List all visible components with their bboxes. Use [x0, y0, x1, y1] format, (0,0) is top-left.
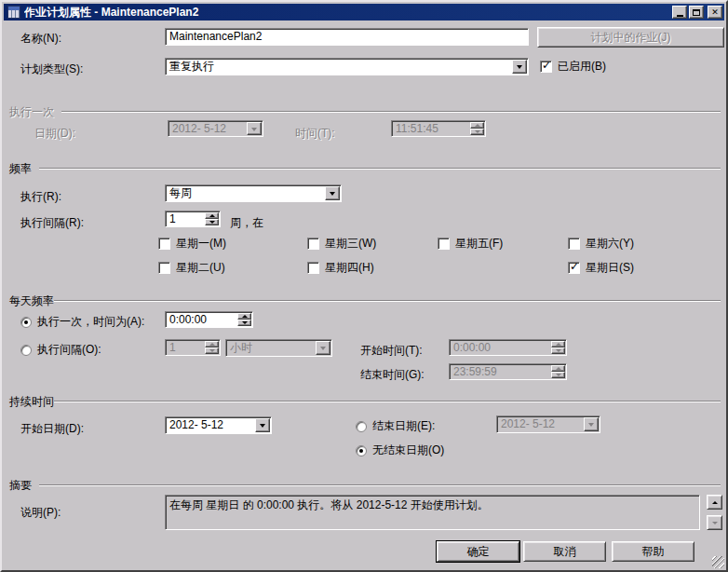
spinner-buttons[interactable] [237, 313, 251, 326]
weekday-friday-checkbox[interactable]: 星期五(F) [438, 236, 503, 252]
spin-up-icon[interactable] [470, 122, 484, 129]
dropdown-arrow-icon[interactable] [584, 417, 599, 431]
recurs-spinner[interactable]: 1 [165, 211, 221, 227]
no-end-date-radio[interactable]: 无结束日期(O) [356, 443, 444, 458]
dropdown-arrow-icon[interactable] [255, 418, 270, 432]
spinner-buttons[interactable] [551, 365, 565, 378]
summary-group-label: 摘要 [9, 478, 32, 494]
spin-up-icon[interactable] [205, 212, 219, 219]
weekday-label: 星期日(S) [586, 260, 634, 276]
weekday-label: 星期四(H) [325, 260, 374, 276]
occurs-once-time-value: 0:00:00 [166, 312, 236, 327]
enabled-checkbox[interactable]: 已启用(B) [540, 59, 606, 75]
one-time-time-label: 时间(T): [295, 126, 335, 142]
weekday-thursday-checkbox[interactable]: 星期四(H) [307, 260, 374, 276]
checkbox-box [438, 238, 450, 250]
checkbox-box [158, 262, 170, 274]
weekday-label: 星期六(Y) [586, 236, 634, 252]
maximize-button[interactable] [689, 6, 704, 19]
name-value: MaintenancePlan2 [166, 29, 528, 45]
radio-circle [20, 345, 32, 356]
help-button[interactable]: 帮助 [612, 541, 694, 562]
end-date-radio[interactable]: 结束日期(E): [356, 418, 435, 434]
start-date-label: 开始日期(D): [20, 421, 84, 437]
occurs-once-time-spinner[interactable]: 0:00:00 [165, 311, 253, 328]
dropdown-arrow-icon[interactable] [316, 341, 330, 355]
weekday-monday-checkbox[interactable]: 星期一(M) [158, 236, 226, 252]
enabled-label: 已启用(B) [558, 59, 606, 75]
maximize-icon [693, 9, 700, 16]
checkbox-box [568, 238, 580, 250]
window-title: 作业计划属性 - MaintenancePlan2 [24, 5, 670, 20]
spin-down-icon[interactable] [470, 129, 484, 135]
checkbox-box [158, 238, 170, 250]
start-date-select[interactable]: 2012- 5-12 [165, 416, 272, 434]
spin-up-icon[interactable] [205, 341, 219, 347]
spin-down-icon[interactable] [551, 372, 565, 378]
weekday-sunday-checkbox[interactable]: 星期日(S) [568, 260, 634, 276]
spin-down-icon[interactable] [237, 320, 251, 326]
end-date-select[interactable]: 2012- 5-12 [496, 415, 600, 433]
dropdown-arrow-icon[interactable] [325, 186, 340, 200]
resize-grip[interactable] [712, 556, 724, 568]
weekday-wednesday-checkbox[interactable]: 星期三(W) [307, 236, 376, 252]
schedule-type-label: 计划类型(S): [20, 61, 83, 77]
radio-circle [356, 445, 367, 456]
recurs-value: 1 [166, 211, 204, 226]
dropdown-arrow-icon[interactable] [247, 122, 262, 135]
spin-up-icon[interactable] [551, 365, 565, 372]
interval-unit-value: 小时 [226, 340, 315, 356]
cancel-button[interactable]: 取消 [523, 541, 606, 562]
description-scroll-up-button[interactable] [707, 495, 722, 510]
occurs-interval-label: 执行间隔(O): [37, 342, 101, 358]
spin-down-icon[interactable] [205, 347, 219, 354]
occurs-value: 每周 [166, 185, 324, 201]
spin-down-icon[interactable] [551, 347, 565, 354]
occurs-interval-radio[interactable]: 执行间隔(O): [20, 342, 101, 358]
one-time-group-line [61, 111, 721, 113]
description-scroll-down-button[interactable] [707, 515, 722, 530]
spinner-buttons[interactable] [551, 341, 565, 354]
description-textbox[interactable]: 在每周 星期日 的 0:00:00 执行。将从 2012-5-12 开始使用计划… [165, 495, 700, 530]
occurs-select[interactable]: 每周 [165, 184, 342, 202]
close-button[interactable]: ✕ [708, 6, 722, 19]
name-label: 名称(N): [20, 31, 61, 47]
start-date-value: 2012- 5-12 [166, 417, 254, 433]
name-input[interactable]: MaintenancePlan2 [165, 28, 529, 46]
start-time-label: 开始时间(T): [360, 343, 423, 359]
ok-button[interactable]: 确定 [437, 541, 519, 562]
recurs-suffix-label: 周，在 [230, 215, 263, 231]
weekday-saturday-checkbox[interactable]: 星期六(Y) [568, 236, 634, 252]
recurs-label: 执行间隔(R): [20, 215, 84, 231]
jobs-in-schedule-button[interactable]: 计划中的作业(J) [537, 27, 724, 48]
dropdown-arrow-icon[interactable] [512, 60, 527, 74]
interval-unit-select[interactable]: 小时 [225, 339, 332, 357]
spin-up-icon[interactable] [237, 313, 251, 320]
weekday-label: 星期五(F) [455, 236, 503, 252]
minimize-button[interactable] [672, 6, 687, 19]
spinner-buttons[interactable] [205, 212, 219, 225]
spin-down-icon[interactable] [205, 219, 219, 225]
duration-group-line [54, 401, 721, 402]
daily-frequency-group-line [54, 300, 721, 302]
spinner-buttons[interactable] [470, 122, 484, 135]
occurs-once-label: 执行一次，时间为(A): [37, 314, 144, 330]
duration-group-label: 持续时间 [9, 394, 54, 410]
start-time-value: 0:00:00 [450, 340, 550, 355]
spin-up-icon[interactable] [551, 341, 565, 347]
occurs-once-radio[interactable]: 执行一次，时间为(A): [20, 314, 144, 330]
weekday-label: 星期二(U) [176, 260, 225, 276]
start-time-spinner[interactable]: 0:00:00 [449, 339, 567, 356]
no-end-date-label: 无结束日期(O) [372, 443, 444, 458]
schedule-type-select[interactable]: 重复执行 [165, 58, 529, 75]
one-time-time-spinner[interactable]: 11:51:45 [391, 120, 486, 137]
end-time-label: 结束时间(G): [360, 367, 425, 383]
titlebar[interactable]: 作业计划属性 - MaintenancePlan2 ✕ [4, 4, 724, 20]
end-time-spinner[interactable]: 23:59:59 [449, 363, 567, 380]
one-time-date-select[interactable]: 2012- 5-12 [168, 120, 263, 137]
interval-value-spinner[interactable]: 1 [165, 339, 221, 356]
spinner-buttons[interactable] [205, 341, 219, 354]
frequency-group-label: 频率 [9, 161, 32, 177]
radio-circle [20, 317, 32, 328]
weekday-tuesday-checkbox[interactable]: 星期二(U) [158, 260, 225, 276]
